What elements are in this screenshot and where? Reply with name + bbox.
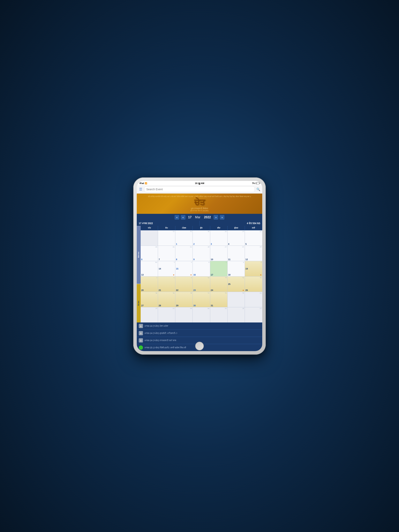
nav-prev-prev-btn[interactable]: « xyxy=(174,215,179,220)
table-row[interactable]: ੨੨ 5 xyxy=(245,230,262,246)
table-row[interactable]: ੧੪ 27 xyxy=(141,292,158,307)
table-row[interactable]: ੨੦ 3 xyxy=(210,230,228,246)
calendar-container: ਫੱਗਣ 553 ਚੇਤ 554 ਅੱਤ ਸੋਮ ਮੰਗਲ ਬੁੱਧ ਵੀਰ ਸ… xyxy=(137,226,262,323)
home-button[interactable] xyxy=(195,342,204,350)
calendar-week-5: ੧੪ 27 ੧੫ 28 ੧੬ 29 ੧੭ 30 xyxy=(141,292,262,307)
table-row[interactable]: ੨੬ 9 xyxy=(193,246,210,261)
side-labels: ਫੱਗਣ 553 ਚੇਤ 554 xyxy=(137,226,141,323)
table-row[interactable]: ੧੦ 23 xyxy=(193,277,210,292)
table-row[interactable]: ੩ 16 xyxy=(193,261,210,276)
table-row[interactable]: ੮ 21 xyxy=(158,277,175,292)
table-row[interactable]: ੮ 17 xyxy=(210,261,228,276)
calendar-header-gregorian: 17 ਮਾਰਚ 2022 xyxy=(137,221,200,226)
table-row[interactable]: ੨੭ xyxy=(245,307,262,323)
table-row[interactable]: ੨੩ xyxy=(175,307,193,323)
calendar-grid-wrap: ਅੱਤ ਸੋਮ ਮੰਗਲ ਬੁੱਧ ਵੀਰ ਸ਼ੁੱਕਰ ਸਨੀ ੧੭ xyxy=(141,226,262,323)
menu-icon[interactable]: ☰ xyxy=(139,187,143,192)
table-row[interactable]: ੨੩ 6 xyxy=(141,246,158,261)
list-item[interactable]: ਮਾਰਚ-14 (੧-ਚੇਤ) ਗੁਰਗੱਦੀ: ਪਾਤਿਸ਼ਾਹੀ-੭ xyxy=(137,330,262,337)
search-input-wrap[interactable] xyxy=(144,186,255,192)
star-icon: ★ xyxy=(260,274,262,276)
nav-next-next-btn[interactable]: » xyxy=(220,215,225,220)
calendar-header-nanakshahi: 4 ਚੇਤ 554 NS xyxy=(200,221,262,226)
calendar-header-row: 17 ਮਾਰਚ 2022 4 ਚੇਤ 554 NS xyxy=(137,221,262,226)
table-row[interactable]: ੧੬ 29 xyxy=(175,292,193,307)
table-row[interactable]: ੨੧ 4 xyxy=(228,230,245,246)
table-row[interactable]: ੧੭ 30 xyxy=(193,292,210,307)
table-row[interactable]: ੧੭ xyxy=(158,230,175,246)
star-icon: ★ xyxy=(173,274,174,276)
wifi-icon: 📶 xyxy=(145,182,147,184)
banner: ਚੇਤਿ ਗੋਵਿੰਦੁ ਅਰਾਧੀਐ ਹੋਵੈ ਅਨੰਦੁ ਘਣਾ ॥ ਸੰਤ… xyxy=(137,194,262,214)
table-row[interactable]: ੭ 20 xyxy=(141,277,158,292)
table-row[interactable]: ੧੩ 26 xyxy=(245,277,262,292)
table-row[interactable]: ੧੯ xyxy=(228,292,245,307)
table-row[interactable]: ੨੪ 7 xyxy=(158,246,175,261)
calendar-body: ੧੭ ੧੮ 1 ੧੯ 2 ੨੦ 3 xyxy=(141,230,262,323)
table-row[interactable]: ੨ 15 ★ xyxy=(175,261,193,276)
table-row[interactable]: ੧ 14 ★ xyxy=(158,261,175,276)
table-row[interactable]: ੨੬ xyxy=(228,307,245,323)
table-row[interactable]: ੩੦ 13 xyxy=(141,261,158,276)
svg-rect-0 xyxy=(140,326,142,327)
nav-month: Mar xyxy=(194,215,201,219)
event-icon-gurdwara xyxy=(139,324,143,328)
calendar-week-6: ੨੧ ੨੨ ੨੩ ੨੪ ੨੫ xyxy=(141,307,262,323)
event-icon-green xyxy=(139,345,143,350)
nav-next-btn[interactable]: » xyxy=(213,215,218,220)
banner-main-char: ਚੇਤ xyxy=(140,198,259,207)
search-button[interactable]: 🔍 xyxy=(256,188,260,191)
day-name-5: ਸ਼ੁੱਕਰ xyxy=(228,226,245,230)
status-right: 7% xyxy=(252,182,259,184)
table-row[interactable]: ੨੭ 10 xyxy=(210,246,228,261)
carrier-label: iPad xyxy=(140,182,144,184)
nav-year: 2022 xyxy=(203,215,212,219)
calendar-week-4: ੭ 20 ੮ 21 ੯ 22 ੧੦ 23 xyxy=(141,277,262,292)
banner-subtitle2: ਗੁਰ ਨਾਨਕ ਦਿਨ ਨੰ:201961 xyxy=(140,210,259,212)
status-left: iPad 📶 xyxy=(140,182,147,184)
table-row[interactable]: ੨੦ xyxy=(245,292,262,307)
day-name-1: ਸੋਮ xyxy=(158,226,175,230)
table-row[interactable]: ੧੮ 1 xyxy=(175,230,193,246)
table-row[interactable]: ੨੮ 11 xyxy=(228,246,245,261)
battery-icon xyxy=(256,182,259,184)
search-bar: ☰ 🔍 xyxy=(137,185,262,194)
day-name-2: ਮੰਗਲ xyxy=(175,226,193,230)
battery-percent: 7% xyxy=(252,182,255,184)
table-row[interactable]: ੧੨ 25 ★ xyxy=(228,277,245,292)
table-row[interactable]: ੨੧ xyxy=(141,307,158,323)
table-row[interactable]: ੨੯ 12 xyxy=(245,246,262,261)
star-icon: ★ xyxy=(242,289,244,291)
table-row[interactable]: ੨੫ 8 xyxy=(175,246,193,261)
table-row[interactable]: ੨੫ xyxy=(210,307,228,323)
calendar-week-3: ੩੦ 13 ੧ 14 ★ ੨ 15 ★ xyxy=(141,261,262,277)
svg-rect-4 xyxy=(141,332,141,333)
camera xyxy=(199,183,200,185)
nav-prev-btn[interactable]: « xyxy=(181,215,186,220)
svg-marker-8 xyxy=(141,339,141,340)
list-item[interactable]: ਮਾਰਚ-14 (੧-ਚੇਤ) ਹੋਲਾ ਮਹੱਲਾ xyxy=(137,323,262,330)
svg-rect-7 xyxy=(141,340,141,340)
table-row[interactable]: ੧੫ 28 xyxy=(158,292,175,307)
event-text-1: ਮਾਰਚ-14 (੧-ਚੇਤ) ਹੋਲਾ ਮਹੱਲਾ xyxy=(145,325,168,327)
search-input[interactable] xyxy=(146,188,253,191)
calendar-week-1: ੧੭ ੧੮ 1 ੧੯ 2 ੨੦ 3 xyxy=(141,230,262,246)
svg-marker-2 xyxy=(141,325,141,325)
table-row[interactable]: ੧੧ 24 xyxy=(210,277,228,292)
table-row[interactable] xyxy=(141,230,158,246)
table-row[interactable]: ੧੯ 2 xyxy=(193,230,210,246)
table-row[interactable]: ੬ 19 ★ xyxy=(245,261,262,276)
svg-rect-1 xyxy=(141,325,141,326)
table-row[interactable]: ੨੨ xyxy=(158,307,175,323)
day-name-3: ਬੁੱਧ xyxy=(193,226,210,230)
table-row[interactable]: ੨੪ xyxy=(193,307,210,323)
calendar-days-header: ਅੱਤ ਸੋਮ ਮੰਗਲ ਬੁੱਧ ਵੀਰ ਸ਼ੁੱਕਰ ਸਨੀ xyxy=(141,226,262,230)
event-icon-gurdwara2 xyxy=(139,331,143,335)
table-row[interactable]: ੧੮ 31 xyxy=(210,292,228,307)
battery-fill xyxy=(256,183,256,184)
table-row[interactable]: ੪ 18 xyxy=(228,261,245,276)
table-row[interactable]: ੯ 22 xyxy=(175,277,193,292)
svg-rect-6 xyxy=(140,340,142,342)
side-label-chet: ਚੇਤ 554 xyxy=(137,284,141,323)
day-name-4: ਵੀਰ xyxy=(210,226,228,230)
